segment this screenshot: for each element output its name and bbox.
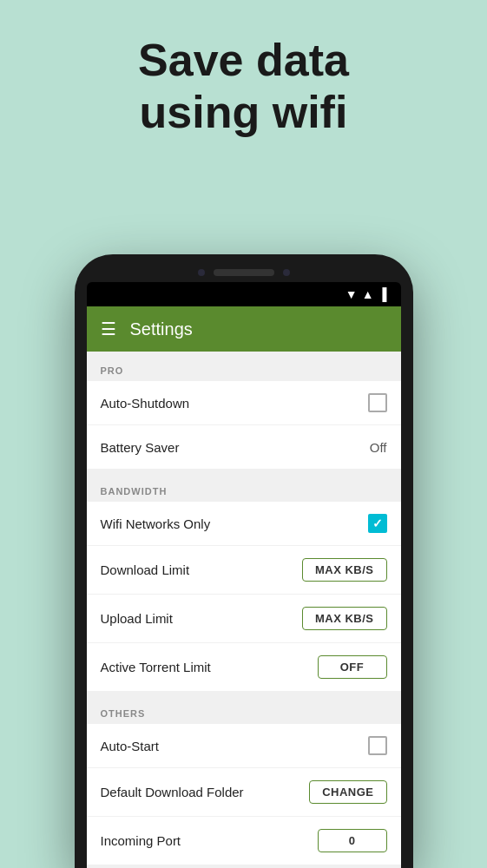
row-upload-limit: Upload Limit MAX KB/S — [87, 595, 401, 643]
wifi-networks-label: Wifi Networks Only — [101, 516, 211, 531]
battery-saver-label: Battery Saver — [101, 440, 180, 455]
download-limit-label: Download Limit — [101, 562, 190, 577]
section-pro: PRO Auto-Shutdown Battery Saver Off — [87, 352, 401, 469]
signal-icon: ▲ — [362, 287, 374, 301]
active-torrent-button[interactable]: OFF — [318, 655, 387, 679]
app-bar: ☰ Settings — [87, 306, 401, 352]
section-header-bandwidth: BANDWIDTH — [87, 472, 401, 502]
camera-dot-left — [198, 269, 205, 276]
hero-title: Save data using wifi — [0, 35, 487, 139]
phone-screen: ☰ Settings PRO Auto-Shutdown — [87, 306, 401, 868]
row-download-limit: Download Limit MAX KB/S — [87, 546, 401, 595]
notch-speaker — [214, 269, 274, 276]
phone-outer: ▼ ▲ ▐ ☰ Settings PRO — [75, 254, 413, 868]
incoming-port-button[interactable]: 0 — [318, 829, 387, 852]
section-others: OTHERS Auto-Start Default Download Folde… — [87, 694, 401, 865]
auto-start-checkbox[interactable] — [368, 736, 387, 755]
incoming-port-label: Incoming Port — [101, 833, 181, 848]
row-auto-start: Auto-Start — [87, 724, 401, 768]
phone-container: ▼ ▲ ▐ ☰ Settings PRO — [75, 254, 413, 868]
phone-top — [87, 266, 401, 282]
battery-icon: ▐ — [378, 287, 387, 301]
default-download-label: Default Download Folder — [101, 785, 244, 799]
camera-dot-right — [283, 269, 290, 276]
wifi-networks-checkbox[interactable]: ✓ — [368, 514, 387, 533]
row-default-download: Default Download Folder CHANGE — [87, 768, 401, 817]
menu-icon[interactable]: ☰ — [101, 319, 116, 339]
battery-saver-value: Off — [370, 440, 387, 455]
row-wifi-networks: Wifi Networks Only ✓ — [87, 502, 401, 546]
section-header-others: OTHERS — [87, 694, 401, 724]
row-auto-shutdown: Auto-Shutdown — [87, 381, 401, 425]
section-body-others: Auto-Start Default Download Folder CHANG… — [87, 724, 401, 865]
active-torrent-label: Active Torrent Limit — [101, 660, 211, 674]
settings-content: PRO Auto-Shutdown Battery Saver Off — [87, 352, 401, 865]
section-header-pro: PRO — [87, 352, 401, 381]
app-bar-title: Settings — [130, 319, 193, 339]
section-bandwidth: BANDWIDTH Wifi Networks Only ✓ Download … — [87, 472, 401, 691]
section-body-bandwidth: Wifi Networks Only ✓ Download Limit MAX … — [87, 502, 401, 691]
status-icons: ▼ ▲ ▐ — [346, 287, 387, 301]
row-battery-saver[interactable]: Battery Saver Off — [87, 425, 401, 469]
download-limit-button[interactable]: MAX KB/S — [302, 558, 387, 582]
hero-section: Save data using wifi — [0, 0, 487, 165]
default-download-button[interactable]: CHANGE — [309, 780, 386, 804]
wifi-icon: ▼ — [346, 287, 358, 301]
upload-limit-button[interactable]: MAX KB/S — [302, 607, 387, 630]
auto-shutdown-checkbox[interactable] — [368, 393, 387, 412]
status-bar: ▼ ▲ ▐ — [87, 282, 401, 306]
section-body-pro: Auto-Shutdown Battery Saver Off — [87, 381, 401, 469]
row-incoming-port: Incoming Port 0 — [87, 817, 401, 865]
auto-start-label: Auto-Start — [101, 739, 160, 753]
row-active-torrent: Active Torrent Limit OFF — [87, 643, 401, 691]
upload-limit-label: Upload Limit — [101, 611, 173, 626]
auto-shutdown-label: Auto-Shutdown — [101, 396, 190, 411]
